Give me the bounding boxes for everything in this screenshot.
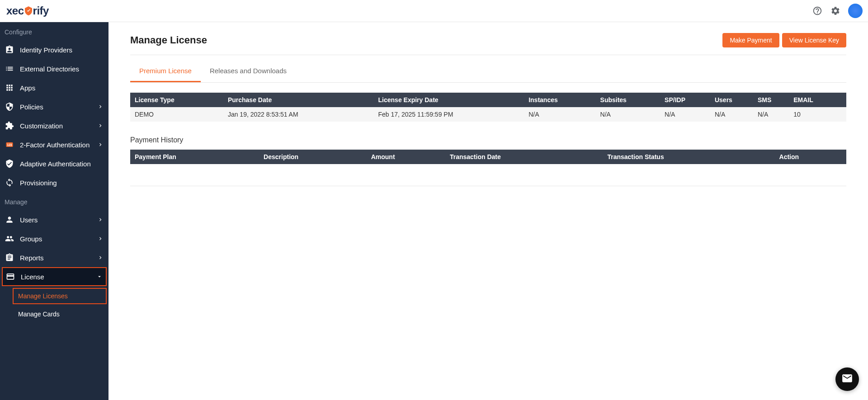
th-transaction-status: Transaction Status: [603, 150, 774, 164]
th-action: Action: [775, 150, 846, 164]
customization-icon: [5, 121, 14, 131]
sidebar-item-identity-providers[interactable]: Identity Providers: [0, 40, 108, 59]
two-factor-icon: 123: [5, 140, 14, 150]
app-header: xec rify: [0, 0, 868, 22]
th-payment-plan: Payment Plan: [130, 150, 259, 164]
mail-icon: [841, 372, 853, 386]
td-purchase-date: Jan 19, 2022 8:53:51 AM: [223, 107, 374, 122]
sidebar-item-label: External Directories: [20, 65, 104, 73]
external-directories-icon: [5, 64, 14, 74]
sidebar-item-label: Users: [20, 216, 91, 224]
provisioning-icon: [5, 178, 14, 188]
sidebar-item-label: Customization: [20, 122, 91, 130]
content-divider: [130, 186, 846, 186]
sidebar-item-label: Groups: [20, 235, 91, 243]
sidebar-subitem-manage-licenses[interactable]: Manage Licenses: [13, 288, 107, 304]
logo[interactable]: xec rify: [6, 5, 49, 17]
th-instances: Instances: [524, 93, 595, 107]
adaptive-auth-icon: [5, 159, 14, 169]
sidebar-item-provisioning[interactable]: Provisioning: [0, 173, 108, 192]
svg-text:123: 123: [7, 143, 12, 146]
tab-premium-license[interactable]: Premium License: [130, 61, 201, 82]
payment-table-wrapper: Payment Plan Description Amount Transact…: [130, 150, 846, 164]
th-transaction-date: Transaction Date: [445, 150, 603, 164]
main-container: Configure Identity Providers External Di…: [0, 22, 868, 400]
td-email: 10: [789, 107, 846, 122]
license-icon: [5, 272, 15, 282]
th-sp-idp: SP/IDP: [660, 93, 710, 107]
td-sms: N/A: [753, 107, 789, 122]
sidebar-item-label: Reports: [20, 254, 91, 262]
tab-releases-downloads[interactable]: Releases and Downloads: [201, 61, 296, 82]
reports-icon: [5, 253, 14, 263]
chevron-right-icon: [97, 103, 104, 110]
help-icon[interactable]: [812, 5, 823, 16]
license-table: License Type Purchase Date License Expir…: [130, 93, 846, 122]
chat-button[interactable]: [835, 367, 859, 391]
sidebar-section-manage: Manage: [0, 192, 108, 210]
th-purchase-date: Purchase Date: [223, 93, 374, 107]
sidebar-item-label: License: [21, 273, 90, 281]
sidebar-item-customization[interactable]: Customization: [0, 116, 108, 135]
logo-icon: xec rify: [6, 5, 49, 17]
th-license-expiry: License Expiry Date: [374, 93, 524, 107]
th-subsites: Subsites: [596, 93, 660, 107]
header-actions: [812, 4, 863, 18]
make-payment-button[interactable]: Make Payment: [722, 33, 779, 47]
td-instances: N/A: [524, 107, 595, 122]
settings-icon[interactable]: [830, 5, 841, 16]
policies-icon: [5, 102, 14, 112]
users-icon: [5, 215, 14, 225]
td-license-expiry: Feb 17, 2025 11:59:59 PM: [374, 107, 524, 122]
payment-history-title: Payment History: [130, 136, 846, 144]
tabs: Premium License Releases and Downloads: [130, 61, 846, 83]
chevron-right-icon: [97, 216, 104, 223]
table-header-row: Payment Plan Description Amount Transact…: [130, 150, 846, 164]
sidebar-item-label: Apps: [20, 84, 104, 92]
sidebar-item-two-factor[interactable]: 123 2-Factor Authentication: [0, 135, 108, 154]
th-amount: Amount: [367, 150, 445, 164]
th-description: Description: [259, 150, 367, 164]
th-users: Users: [710, 93, 753, 107]
th-email: EMAIL: [789, 93, 846, 107]
page-header: Manage License Make Payment View License…: [130, 33, 846, 55]
table-header-row: License Type Purchase Date License Expir…: [130, 93, 846, 107]
sidebar-item-label: 2-Factor Authentication: [20, 141, 91, 149]
view-license-key-button[interactable]: View License Key: [782, 33, 846, 47]
page-actions: Make Payment View License Key: [722, 33, 846, 47]
identity-providers-icon: [5, 45, 14, 55]
sidebar-section-configure: Configure: [0, 22, 108, 40]
groups-icon: [5, 234, 14, 244]
sidebar: Configure Identity Providers External Di…: [0, 22, 108, 400]
sidebar-item-users[interactable]: Users: [0, 210, 108, 229]
page-title: Manage License: [130, 34, 207, 46]
main-content: Manage License Make Payment View License…: [108, 22, 868, 400]
td-users: N/A: [710, 107, 753, 122]
payment-history-table: Payment Plan Description Amount Transact…: [130, 150, 846, 164]
td-sp-idp: N/A: [660, 107, 710, 122]
sidebar-item-label: Adaptive Authentication: [20, 160, 104, 168]
table-row: DEMO Jan 19, 2022 8:53:51 AM Feb 17, 202…: [130, 107, 846, 122]
sidebar-item-label: Policies: [20, 103, 91, 111]
th-sms: SMS: [753, 93, 789, 107]
logo-text-pre: xec: [6, 5, 24, 17]
sidebar-item-reports[interactable]: Reports: [0, 248, 108, 267]
th-license-type: License Type: [130, 93, 223, 107]
sidebar-subitem-manage-cards[interactable]: Manage Cards: [0, 306, 108, 322]
logo-text-post: rify: [33, 5, 49, 17]
sidebar-item-label: Provisioning: [20, 179, 104, 187]
license-table-wrapper: License Type Purchase Date License Expir…: [130, 93, 846, 122]
sidebar-item-label: Identity Providers: [20, 46, 104, 54]
apps-icon: [5, 83, 14, 93]
sidebar-item-apps[interactable]: Apps: [0, 78, 108, 97]
td-license-type: DEMO: [130, 107, 223, 122]
user-avatar[interactable]: [848, 4, 863, 18]
sidebar-item-groups[interactable]: Groups: [0, 229, 108, 248]
sidebar-item-policies[interactable]: Policies: [0, 97, 108, 116]
chevron-right-icon: [97, 254, 104, 261]
sidebar-item-external-directories[interactable]: External Directories: [0, 59, 108, 78]
sidebar-item-adaptive-auth[interactable]: Adaptive Authentication: [0, 154, 108, 173]
sidebar-item-license[interactable]: License: [2, 267, 107, 286]
chevron-right-icon: [97, 235, 104, 242]
chevron-right-icon: [97, 122, 104, 129]
